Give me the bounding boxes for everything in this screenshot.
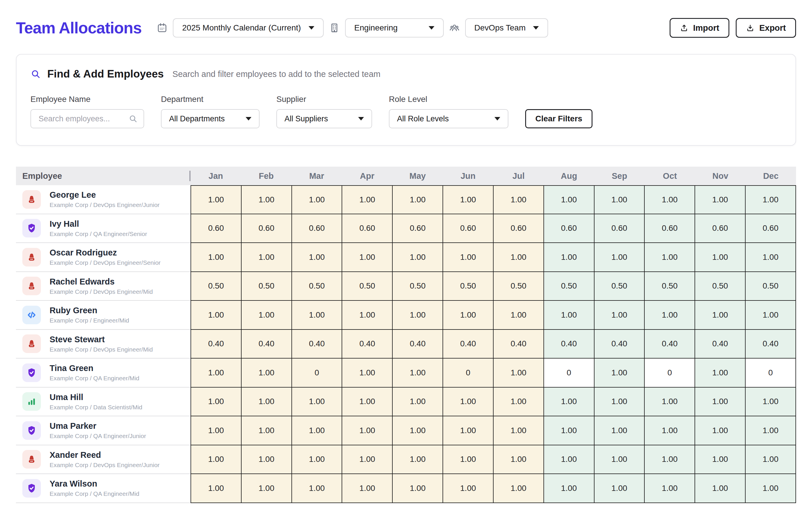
employee-cell[interactable]: Uma Parker Example Corp / QA Engineer/Ju…: [16, 416, 191, 445]
allocation-cell-jun[interactable]: 0.40: [443, 330, 494, 359]
allocation-cell-may[interactable]: 1.00: [393, 474, 443, 503]
allocation-cell-aug[interactable]: 1.00: [544, 416, 594, 445]
allocation-cell-oct[interactable]: 1.00: [645, 416, 695, 445]
allocation-cell-nov[interactable]: 0.40: [695, 330, 746, 359]
allocation-cell-oct[interactable]: 1.00: [645, 243, 695, 272]
allocation-cell-apr[interactable]: 1.00: [342, 474, 393, 503]
allocation-cell-sep[interactable]: 1.00: [594, 416, 645, 445]
employee-cell[interactable]: Ruby Green Example Corp / Engineer/Mid: [16, 301, 191, 330]
allocation-cell-dec[interactable]: 1.00: [746, 416, 796, 445]
allocation-cell-feb[interactable]: 0.60: [241, 214, 292, 243]
allocation-cell-jun[interactable]: 1.00: [443, 474, 494, 503]
allocation-cell-oct[interactable]: 1.00: [645, 301, 695, 330]
allocation-cell-mar[interactable]: 0.60: [292, 214, 343, 243]
allocation-cell-oct[interactable]: 1.00: [645, 387, 695, 416]
allocation-cell-dec[interactable]: 1.00: [746, 387, 796, 416]
allocation-cell-may[interactable]: 1.00: [393, 301, 443, 330]
employee-search-input[interactable]: [30, 109, 144, 128]
allocation-cell-jan[interactable]: 1.00: [191, 445, 241, 475]
employee-cell[interactable]: Xander Reed Example Corp / DevOps Engine…: [16, 445, 191, 475]
allocation-cell-mar[interactable]: 0: [292, 358, 343, 387]
allocation-cell-jul[interactable]: 0.50: [494, 272, 544, 301]
allocation-cell-feb[interactable]: 0.50: [241, 272, 292, 301]
allocation-cell-nov[interactable]: 1.00: [695, 185, 746, 214]
allocation-cell-feb[interactable]: 1.00: [241, 474, 292, 503]
allocation-cell-mar[interactable]: 1.00: [292, 474, 343, 503]
allocation-cell-sep[interactable]: 0.40: [594, 330, 645, 359]
allocation-cell-feb[interactable]: 1.00: [241, 445, 292, 475]
allocation-cell-oct[interactable]: 0.40: [645, 330, 695, 359]
allocation-cell-dec[interactable]: 1.00: [746, 185, 796, 214]
supplier-filter-select[interactable]: All Suppliers: [277, 109, 372, 128]
allocation-cell-dec[interactable]: 1.00: [746, 301, 796, 330]
allocation-cell-nov[interactable]: 0.50: [695, 272, 746, 301]
allocation-cell-jun[interactable]: 1.00: [443, 445, 494, 475]
allocation-cell-oct[interactable]: 0.60: [645, 214, 695, 243]
allocation-cell-nov[interactable]: 1.00: [695, 474, 746, 503]
allocation-cell-feb[interactable]: 1.00: [241, 185, 292, 214]
allocation-cell-jun[interactable]: 0: [443, 358, 494, 387]
allocation-cell-jan[interactable]: 1.00: [191, 416, 241, 445]
allocation-cell-aug[interactable]: 1.00: [544, 243, 594, 272]
allocation-cell-feb[interactable]: 1.00: [241, 243, 292, 272]
allocation-cell-jun[interactable]: 1.00: [443, 301, 494, 330]
allocation-cell-nov[interactable]: 0.60: [695, 214, 746, 243]
employee-cell[interactable]: George Lee Example Corp / DevOps Enginee…: [16, 185, 191, 214]
allocation-cell-dec[interactable]: 0: [746, 358, 796, 387]
allocation-cell-sep[interactable]: 0.60: [594, 214, 645, 243]
employee-cell[interactable]: Tina Green Example Corp / QA Engineer/Mi…: [16, 358, 191, 387]
allocation-cell-jul[interactable]: 1.00: [494, 474, 544, 503]
allocation-cell-nov[interactable]: 1.00: [695, 358, 746, 387]
allocation-cell-may[interactable]: 1.00: [393, 445, 443, 475]
allocation-cell-jan[interactable]: 1.00: [191, 185, 241, 214]
allocation-cell-mar[interactable]: 1.00: [292, 387, 343, 416]
allocation-cell-jun[interactable]: 1.00: [443, 243, 494, 272]
allocation-cell-jun[interactable]: 0.60: [443, 214, 494, 243]
allocation-cell-oct[interactable]: 0: [645, 358, 695, 387]
employee-cell[interactable]: Ivy Hall Example Corp / QA Engineer/Seni…: [16, 214, 191, 243]
allocation-cell-jul[interactable]: 1.00: [494, 358, 544, 387]
allocation-cell-jan[interactable]: 1.00: [191, 474, 241, 503]
allocation-cell-mar[interactable]: 1.00: [292, 243, 343, 272]
allocation-cell-sep[interactable]: 1.00: [594, 185, 645, 214]
allocation-cell-feb[interactable]: 1.00: [241, 358, 292, 387]
employee-cell[interactable]: Uma Hill Example Corp / Data Scientist/M…: [16, 387, 191, 416]
allocation-cell-feb[interactable]: 1.00: [241, 387, 292, 416]
allocation-cell-dec[interactable]: 1.00: [746, 445, 796, 475]
allocation-cell-may[interactable]: 1.00: [393, 416, 443, 445]
allocation-cell-may[interactable]: 1.00: [393, 243, 443, 272]
allocation-cell-sep[interactable]: 1.00: [594, 474, 645, 503]
allocation-cell-nov[interactable]: 1.00: [695, 416, 746, 445]
allocation-cell-oct[interactable]: 1.00: [645, 474, 695, 503]
employee-cell[interactable]: Yara Wilson Example Corp / QA Engineer/M…: [16, 474, 191, 503]
allocation-cell-aug[interactable]: 1.00: [544, 301, 594, 330]
allocation-cell-sep[interactable]: 1.00: [594, 358, 645, 387]
clear-filters-button[interactable]: Clear Filters: [525, 109, 592, 128]
allocation-cell-may[interactable]: 1.00: [393, 185, 443, 214]
allocation-cell-aug[interactable]: 0.50: [544, 272, 594, 301]
allocation-cell-jul[interactable]: 1.00: [494, 301, 544, 330]
calendar-select[interactable]: 2025 Monthly Calendar (Current): [173, 18, 323, 37]
allocation-cell-mar[interactable]: 1.00: [292, 185, 343, 214]
allocation-cell-dec[interactable]: 0.50: [746, 272, 796, 301]
allocation-cell-oct[interactable]: 1.00: [645, 445, 695, 475]
allocation-cell-may[interactable]: 1.00: [393, 358, 443, 387]
allocation-cell-nov[interactable]: 1.00: [695, 243, 746, 272]
employee-cell[interactable]: Rachel Edwards Example Corp / DevOps Eng…: [16, 272, 191, 301]
allocation-cell-aug[interactable]: 1.00: [544, 185, 594, 214]
allocation-cell-jan[interactable]: 1.00: [191, 358, 241, 387]
allocation-cell-apr[interactable]: 1.00: [342, 243, 393, 272]
allocation-cell-aug[interactable]: 0: [544, 358, 594, 387]
allocation-cell-apr[interactable]: 1.00: [342, 416, 393, 445]
allocation-cell-jun[interactable]: 1.00: [443, 387, 494, 416]
allocation-cell-nov[interactable]: 1.00: [695, 445, 746, 475]
employee-cell[interactable]: Oscar Rodriguez Example Corp / DevOps En…: [16, 243, 191, 272]
allocation-cell-dec[interactable]: 0.60: [746, 214, 796, 243]
allocation-cell-feb[interactable]: 1.00: [241, 416, 292, 445]
allocation-cell-jul[interactable]: 1.00: [494, 387, 544, 416]
import-button[interactable]: Import: [670, 18, 729, 38]
allocation-cell-may[interactable]: 0.50: [393, 272, 443, 301]
allocation-cell-mar[interactable]: 1.00: [292, 301, 343, 330]
allocation-cell-feb[interactable]: 0.40: [241, 330, 292, 359]
allocation-cell-dec[interactable]: 1.00: [746, 474, 796, 503]
